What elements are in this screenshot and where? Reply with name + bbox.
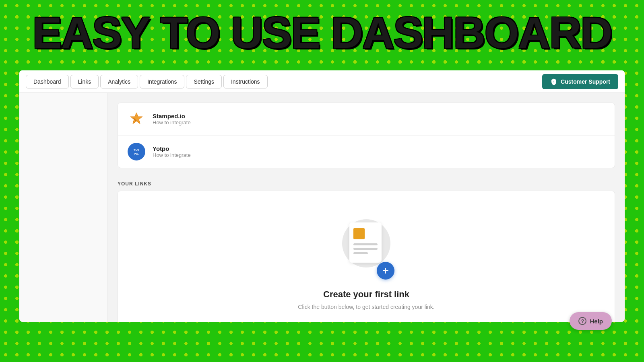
content-area: Stamped.io How to integrate YOT PO.: [19, 93, 625, 322]
create-link-title: Create your first link: [323, 289, 409, 300]
svg-text:PO.: PO.: [134, 152, 139, 156]
yotpo-icon: YOT PO.: [128, 143, 145, 160]
main-container: Dashboard Links Analytics Integrations S…: [19, 70, 625, 322]
your-links-section: YOUR LINKS + Create your first link: [118, 175, 615, 322]
svg-point-4: [128, 144, 144, 160]
yotpo-name: Yotpo: [153, 145, 191, 152]
create-link-desc: Click the button below, to get started c…: [298, 304, 434, 310]
tab-analytics[interactable]: Analytics: [100, 75, 138, 88]
help-circle-icon: ?: [578, 317, 586, 325]
tab-links[interactable]: Links: [70, 75, 99, 88]
help-label: Help: [590, 318, 603, 325]
integration-row-yotpo[interactable]: YOT PO. Yotpo How to integrate: [118, 136, 615, 168]
add-link-icon-button[interactable]: +: [377, 262, 394, 280]
yotpo-info: Yotpo How to integrate: [153, 145, 191, 158]
stamped-icon: [128, 110, 145, 128]
customer-support-label: Customer Support: [561, 78, 610, 85]
doc-line-3: [353, 252, 368, 254]
navbar: Dashboard Links Analytics Integrations S…: [19, 70, 625, 93]
stamped-info: Stamped.io How to integrate: [153, 113, 191, 125]
your-links-label: YOUR LINKS: [118, 175, 615, 191]
tab-settings[interactable]: Settings: [186, 75, 222, 88]
shield-icon: ♦: [550, 78, 557, 85]
header-banner: EASY TO USE DASHBOARD: [0, 0, 644, 64]
tab-instructions[interactable]: Instructions: [223, 75, 268, 88]
integrations-card: Stamped.io How to integrate YOT PO.: [118, 103, 615, 168]
doc-line-1: [353, 243, 378, 245]
customer-support-button[interactable]: ♦ Customer Support: [542, 74, 618, 89]
integration-row-stamped[interactable]: Stamped.io How to integrate: [118, 103, 615, 136]
yotpo-desc: How to integrate: [153, 152, 191, 158]
document-illustration: +: [338, 215, 394, 280]
links-card: + Create your first link Click the butto…: [118, 191, 615, 322]
svg-text:♦: ♦: [553, 80, 555, 83]
doc-paper: [349, 222, 382, 263]
header-title: EASY TO USE DASHBOARD: [32, 7, 611, 58]
stamped-desc: How to integrate: [153, 119, 191, 125]
help-button[interactable]: ? Help: [570, 312, 612, 330]
stamped-name: Stamped.io: [153, 113, 191, 119]
main-content: Stamped.io How to integrate YOT PO.: [108, 93, 625, 322]
tab-dashboard[interactable]: Dashboard: [26, 75, 69, 88]
doc-square: [353, 228, 365, 239]
sidebar: [19, 93, 108, 322]
tab-integrations[interactable]: Integrations: [140, 75, 184, 88]
doc-line-2: [353, 248, 378, 250]
svg-text:YOT: YOT: [133, 148, 140, 152]
